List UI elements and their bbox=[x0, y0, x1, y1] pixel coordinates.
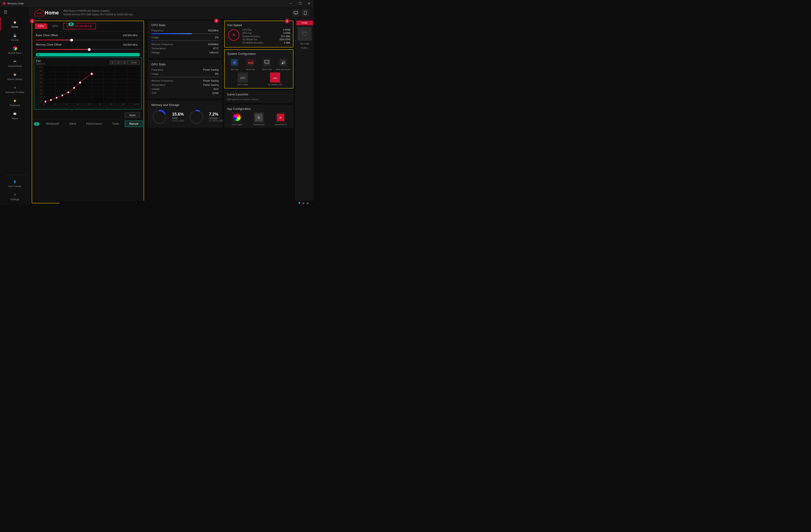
page-title: Home bbox=[45, 10, 59, 16]
sidebar-bottom: 👤 User Center ⚙ Settings bbox=[0, 173, 30, 205]
gpu-volt-row: Voltage 0mV bbox=[151, 88, 219, 90]
svg-point-24 bbox=[56, 97, 58, 99]
cpu-freq-value: 3601MHz bbox=[208, 29, 219, 32]
gamevisual-app-label: GameVisual bbox=[253, 123, 264, 126]
sys-config-xg-mobile-led[interactable]: LED XG Mobile LED bbox=[260, 73, 290, 86]
xg-mobile-led-icon: LED bbox=[270, 73, 280, 82]
fan-title-group: Fan Speed % bbox=[36, 59, 45, 65]
fan-speed-content: ✕ CPU Fan 0 RPM GPU Fan 0 RPM bbox=[227, 29, 290, 45]
sidebar-item-settings[interactable]: ⚙ Settings bbox=[0, 190, 30, 203]
sidebar-item-aura-sync[interactable]: AURA Sync bbox=[0, 44, 30, 57]
app-config-aura-sync[interactable]: AURA Sync bbox=[227, 112, 247, 126]
svg-text:ROG: ROG bbox=[36, 12, 42, 15]
app-config-title: App Configuration bbox=[227, 107, 291, 111]
display-icon-button[interactable] bbox=[292, 9, 300, 16]
cpu-temp-label: Temperature bbox=[151, 47, 166, 50]
fan-btn-3[interactable]: 3 bbox=[122, 60, 127, 64]
aura-sync-app-label: AURA Sync bbox=[231, 123, 242, 126]
cpu-memfreq-value: 4266MHz bbox=[208, 43, 219, 46]
sidebar-item-home[interactable]: 🏠 Home bbox=[0, 17, 30, 31]
xg-mobile-tab[interactable]: ROG XG MOBILE bbox=[63, 23, 96, 29]
mode-tab-turbo[interactable]: Turbo bbox=[108, 121, 124, 127]
sidebar-item-user-center[interactable]: 👤 User Center bbox=[0, 177, 30, 190]
game-launcher-card: Game Launcher Add games to Game Library bbox=[224, 90, 293, 103]
sys-config-igpu[interactable]: GPU iGPU mode bbox=[227, 73, 258, 86]
sidebar-item-aura-label: AURA Sync bbox=[8, 51, 21, 54]
sidebar-item-device[interactable]: 💻 Device bbox=[0, 31, 30, 44]
sidebar-item-user-center-label: User Center bbox=[8, 185, 21, 188]
fan-undo-button[interactable]: Undo bbox=[128, 60, 140, 64]
sidebar-item-game-library[interactable]: 📚 Game Library bbox=[0, 70, 30, 83]
mode-tab-manual[interactable]: Manual bbox=[125, 121, 142, 127]
system-config-title: System Configuration bbox=[227, 52, 290, 56]
gpu-memfreq-label: Memory Frequency bbox=[151, 79, 173, 82]
nav-prev-button[interactable]: ◆ bbox=[302, 201, 305, 205]
fan-speed-title: Fan Speed bbox=[227, 24, 290, 27]
hamburger-menu-icon[interactable]: ☰ bbox=[0, 7, 30, 17]
base-clock-row: Base Clock Offset 100/300 MHz bbox=[36, 34, 140, 40]
y-label-10: 10 bbox=[36, 101, 43, 103]
profile1-label: Profile 1 bbox=[301, 47, 308, 49]
cpu-stats-title: CPU Stats bbox=[151, 24, 219, 27]
base-clock-label-row: Base Clock Offset 100/300 MHz bbox=[36, 34, 140, 37]
fan-cpu-row: CPU Fan 0 RPM bbox=[242, 29, 290, 31]
y-label-90: 90 bbox=[36, 70, 43, 72]
settings-icon: ⚙ bbox=[12, 192, 17, 197]
memory-clock-slider-thumb[interactable] bbox=[88, 48, 91, 51]
nav-next-button[interactable]: ◆ bbox=[306, 201, 309, 205]
rainbow-icon bbox=[233, 114, 241, 121]
sys-config-rog-key[interactable]: ROG ROG Key bbox=[244, 57, 258, 71]
base-clock-value: 100/300 MHz bbox=[117, 34, 138, 37]
sys-config-win-key[interactable]: ⊞ Win Key bbox=[227, 57, 242, 71]
home-icon: 🏠 bbox=[12, 20, 17, 25]
mobile-icon-button[interactable] bbox=[302, 9, 309, 16]
game-launcher-text: Add games to Game Library bbox=[227, 98, 291, 101]
svg-text:GPU: GPU bbox=[240, 77, 245, 79]
app-config-gamefirst[interactable]: AI GameFirst VI bbox=[271, 112, 291, 126]
chart-plot-area bbox=[44, 66, 140, 103]
fan-btn-1[interactable]: 1 bbox=[110, 60, 115, 64]
fan-buttons: 1 2 3 Undo bbox=[110, 60, 140, 64]
cpu-tab[interactable]: CPU bbox=[35, 24, 47, 29]
x-label-100: 100 bbox=[122, 103, 125, 107]
gamefirst-app-icon: AI bbox=[276, 112, 286, 123]
sys-config-touch-pad[interactable]: Touch Pad bbox=[260, 57, 274, 71]
touch-pad-label: Touch Pad bbox=[262, 68, 272, 71]
device-icon: 💻 bbox=[12, 33, 17, 38]
profile-tab[interactable]: Profile bbox=[296, 21, 313, 25]
gamevisual-app-icon: G bbox=[254, 112, 264, 123]
rog-key-label: ROG Key bbox=[246, 68, 255, 71]
sys-config-grid: ⊞ Win Key ROG ROG Key Touc bbox=[227, 57, 290, 71]
app-logo bbox=[2, 2, 6, 5]
cpu-usage-label: Usage bbox=[151, 36, 159, 39]
restore-button[interactable]: ❐ bbox=[295, 0, 304, 7]
gpu-tab[interactable]: GPU bbox=[49, 24, 61, 29]
sidebar-item-news[interactable]: 📰 News bbox=[0, 109, 30, 122]
chart-y-axis: 10 20 30 40 50 60 70 80 90 100 bbox=[36, 66, 43, 103]
app-config-grid: AURA Sync G GameVisual AI GameFirst VI bbox=[227, 112, 291, 126]
apply-button[interactable]: Apply bbox=[125, 113, 140, 118]
close-button[interactable]: ✕ bbox=[304, 0, 313, 7]
minimize-button[interactable]: ─ bbox=[286, 0, 295, 7]
base-clock-slider-thumb[interactable] bbox=[70, 39, 73, 42]
fan-xg-acoustics-label: XG Mobile Acoustics bbox=[242, 42, 263, 44]
fan-btn-2[interactable]: 2 bbox=[116, 60, 121, 64]
gpu-freq-value: Power Saving bbox=[203, 68, 219, 71]
app-config-gamevisual[interactable]: G GameVisual bbox=[249, 112, 269, 126]
sidebar-item-featured[interactable]: ⭐ Featured bbox=[0, 96, 30, 109]
mode-tabs-bar: A Windows® Silent Performance Turbo Manu… bbox=[32, 119, 143, 128]
badge-b: B bbox=[68, 22, 74, 26]
mode-tab-performance[interactable]: Performance bbox=[82, 121, 106, 127]
memory-clock-row: Memory Clock Offset 150/300 MHz bbox=[36, 43, 140, 50]
sys-config-boot-sound[interactable]: 🔊 Boot Up Sound bbox=[276, 57, 290, 71]
gpu-stats-card: GPU Stats Frequency Power Saving Usage 0… bbox=[148, 60, 222, 99]
sidebar-item-gamevisual[interactable]: 🎮 GameVisual bbox=[0, 57, 30, 70]
mode-tab-windows[interactable]: Windows® bbox=[42, 121, 63, 127]
mode-tab-silent[interactable]: Silent bbox=[65, 121, 80, 127]
sidebar-item-featured-label: Featured bbox=[10, 104, 20, 107]
gpu-tgp-row: TGP 150W bbox=[151, 92, 219, 94]
sidebar-item-scenario-profiles[interactable]: ⚙ Scenario Profiles bbox=[0, 83, 30, 96]
sidebar-item-game-library-label: Game Library bbox=[7, 78, 22, 80]
storage-gauge bbox=[188, 109, 204, 125]
cpu-freq-label: Frequency bbox=[151, 29, 163, 32]
